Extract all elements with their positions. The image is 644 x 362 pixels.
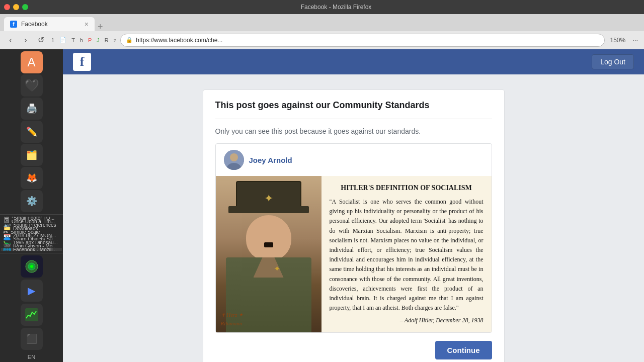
os-icon-app4[interactable]: ✏️ (21, 121, 43, 143)
stamp-area: ✝ Herz ✦Rilumann (221, 311, 244, 327)
reload-button[interactable]: ↺ (34, 34, 47, 47)
title-bar: Facebook - Mozilla Firefox (0, 0, 644, 14)
svg-point-5 (230, 153, 238, 161)
tab-bar: f Facebook × + (0, 14, 644, 31)
bm-4[interactable]: h (78, 36, 85, 44)
os-icon-installer[interactable]: A (21, 51, 43, 73)
stamp-text: ✝ Herz ✦Rilumann (221, 311, 244, 327)
nav-extra-icons: ··· (630, 35, 640, 45)
taskbar-item-1[interactable]: 🖥 Once Upon a Tim... (1, 220, 62, 223)
hat-brim (228, 206, 309, 213)
os-icon-firefox[interactable]: 🦊 (21, 167, 43, 189)
taskbar-item-4[interactable]: ✂ Simple Scale (1, 231, 62, 234)
nav-bar: ‹ › ↺ 1 📄 T h P J R z 🔒 https://www.face… (0, 31, 644, 49)
terminal-icon[interactable]: ⬛ (21, 328, 43, 350)
bookmark-bar: 1 📄 T h P J R z (49, 36, 118, 44)
post-header: Joey Arnold (216, 144, 492, 176)
cs-footer: Continue (215, 341, 492, 359)
taskbar-item-0[interactable]: 🖥 *Small Footer TO... (1, 217, 62, 220)
tab-favicon: f (10, 21, 17, 28)
logout-button[interactable]: Log Out (592, 54, 634, 69)
quote-body: "A Socialist is one who serves the commo… (330, 197, 484, 313)
os-icon-app3[interactable]: 🖨️ (21, 98, 43, 120)
taskbar-item-6[interactable]: 🔷 Sharp Objects S0.... (1, 237, 62, 240)
new-tab-button[interactable]: + (98, 22, 103, 31)
avatar-image (224, 150, 244, 170)
system-monitor-icon[interactable] (21, 304, 43, 326)
figure-background: ✦ (216, 176, 321, 332)
tab-close-button[interactable]: × (85, 20, 89, 28)
cs-title: This post goes against our Community Sta… (215, 100, 492, 119)
browser-tab[interactable]: f Facebook × (4, 17, 95, 31)
os-sidebar: A 🖤 🖨️ ✏️ 🗂️ 🦊 ⚙️ 🖥 *Small Footer TO... (0, 49, 63, 362)
os-icon-settings[interactable]: ⚙️ (21, 190, 43, 212)
address-text: https://www.facebook.com/che... (136, 37, 599, 44)
medal-icon: ✦ (274, 264, 280, 274)
bm-7[interactable]: R (103, 36, 111, 44)
bm-1[interactable]: 1 (49, 36, 56, 44)
quote-attribution: – Adolf Hitler, December 28, 1938 (330, 317, 484, 324)
tab-label: Facebook (21, 21, 80, 28)
quote-panel: HITLER'S DEFINITION OF SOCIALISM "A Soci… (321, 176, 492, 332)
post-card: Joey Arnold ✦ (215, 143, 492, 333)
webpage-content: f Log Out This post goes against our Com… (63, 49, 644, 362)
facebook-header: f Log Out (63, 49, 644, 74)
maximize-button[interactable] (22, 4, 28, 10)
os-icon-app5[interactable]: 🗂️ (21, 144, 43, 166)
avatar (224, 150, 244, 170)
facebook-body: This post goes against our Community Sta… (63, 74, 644, 362)
minimize-button[interactable] (13, 4, 19, 10)
taskbar-item-2[interactable]: 🔊 Sound Preferences (1, 224, 62, 227)
close-button[interactable] (4, 4, 10, 10)
community-standards-card: This post goes against our Community Sta… (203, 89, 505, 362)
menu-dots-button[interactable]: ··· (630, 35, 640, 45)
bm-6[interactable]: J (95, 36, 102, 44)
quote-title: HITLER'S DEFINITION OF SOCIALISM (330, 184, 484, 192)
taskbar-item-5[interactable]: 📅 2018-08-27 MON... (1, 234, 62, 237)
back-button[interactable]: ‹ (4, 34, 17, 47)
os-icon-app2[interactable]: 🖤 (21, 74, 43, 97)
figure-mustache (264, 242, 273, 247)
post-author[interactable]: Joey Arnold (249, 156, 292, 164)
continue-button[interactable]: Continue (435, 341, 492, 359)
address-bar[interactable]: 🔒 https://www.facebook.com/che... (120, 34, 605, 47)
language-indicator: EN (28, 354, 35, 360)
bm-5[interactable]: P (86, 36, 94, 44)
bm-2[interactable]: 📄 (57, 36, 68, 44)
window-title: Facebook - Mozilla Firefox (32, 4, 640, 11)
svg-rect-3 (25, 308, 38, 321)
window-controls (4, 4, 28, 10)
svg-point-2 (30, 265, 33, 268)
figure-face (246, 215, 291, 260)
taskbar-item-7[interactable]: 🦕 1995 apx Dinosau... (1, 241, 62, 244)
taskbar-item-9[interactable]: 🌐 Facebook - Mozill... (1, 248, 62, 251)
post-image: ✦ (216, 176, 492, 332)
hat-eagle-icon: ✦ (264, 192, 273, 205)
bm-8[interactable]: z (112, 36, 119, 44)
zoom-level: 150% (607, 37, 628, 44)
post-figure: ✦ (216, 176, 321, 332)
taskbar-item-8[interactable]: 🎬 [Ron Gibson - Mo... (1, 244, 62, 247)
forward-button[interactable]: › (19, 34, 32, 47)
ssl-lock-icon: 🔒 (126, 37, 133, 43)
bm-3[interactable]: T (69, 36, 77, 44)
player-icon[interactable]: ▶ (21, 280, 43, 302)
main-content: This post goes against our Community Sta… (203, 89, 505, 362)
cs-subtitle: Only you can see this post because it go… (215, 127, 492, 135)
obs-icon[interactable] (21, 255, 43, 278)
taskbar-item-3[interactable]: 📁 Downloads (1, 227, 62, 230)
facebook-logo[interactable]: f (73, 53, 91, 71)
